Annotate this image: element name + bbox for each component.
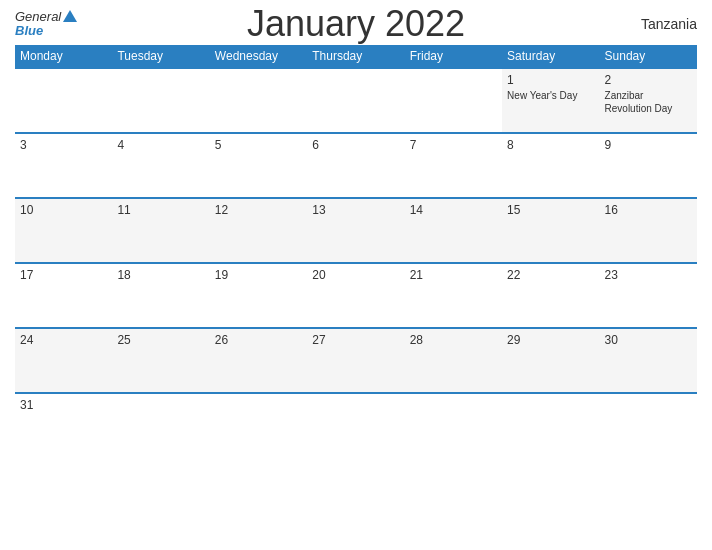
day-cell: 16 xyxy=(600,198,697,263)
day-cell: 28 xyxy=(405,328,502,393)
day-number: 9 xyxy=(605,138,692,152)
day-cell: 2Zanzibar Revolution Day xyxy=(600,68,697,133)
day-header-saturday: Saturday xyxy=(502,45,599,68)
day-cell xyxy=(405,393,502,438)
day-cell: 1New Year's Day xyxy=(502,68,599,133)
day-number: 4 xyxy=(117,138,204,152)
week-row: 24252627282930 xyxy=(15,328,697,393)
day-number: 24 xyxy=(20,333,107,347)
calendar-body: 1New Year's Day2Zanzibar Revolution Day3… xyxy=(15,68,697,438)
day-cell: 18 xyxy=(112,263,209,328)
day-cell: 17 xyxy=(15,263,112,328)
day-number: 25 xyxy=(117,333,204,347)
day-cell xyxy=(405,68,502,133)
day-cell: 31 xyxy=(15,393,112,438)
day-number: 1 xyxy=(507,73,594,87)
day-cell: 8 xyxy=(502,133,599,198)
day-cell: 15 xyxy=(502,198,599,263)
day-cell: 30 xyxy=(600,328,697,393)
day-cell xyxy=(210,68,307,133)
day-cell xyxy=(502,393,599,438)
logo-triangle-icon xyxy=(63,10,77,22)
day-cell xyxy=(307,393,404,438)
day-number: 15 xyxy=(507,203,594,217)
day-cell: 26 xyxy=(210,328,307,393)
day-number: 17 xyxy=(20,268,107,282)
day-cell: 23 xyxy=(600,263,697,328)
day-cell: 3 xyxy=(15,133,112,198)
day-header-sunday: Sunday xyxy=(600,45,697,68)
week-row: 31 xyxy=(15,393,697,438)
day-cell: 5 xyxy=(210,133,307,198)
day-cell xyxy=(112,68,209,133)
day-cell: 14 xyxy=(405,198,502,263)
calendar-header: General Blue January 2022 Tanzania xyxy=(15,10,697,39)
day-cell xyxy=(112,393,209,438)
day-cell: 29 xyxy=(502,328,599,393)
day-number: 26 xyxy=(215,333,302,347)
day-cell: 11 xyxy=(112,198,209,263)
day-cell: 10 xyxy=(15,198,112,263)
week-row: 10111213141516 xyxy=(15,198,697,263)
week-row: 1New Year's Day2Zanzibar Revolution Day xyxy=(15,68,697,133)
day-cell xyxy=(307,68,404,133)
day-cell xyxy=(210,393,307,438)
day-number: 7 xyxy=(410,138,497,152)
day-number: 5 xyxy=(215,138,302,152)
day-number: 12 xyxy=(215,203,302,217)
day-number: 3 xyxy=(20,138,107,152)
day-header-wednesday: Wednesday xyxy=(210,45,307,68)
day-number: 31 xyxy=(20,398,107,412)
day-cell: 19 xyxy=(210,263,307,328)
day-number: 27 xyxy=(312,333,399,347)
day-header-tuesday: Tuesday xyxy=(112,45,209,68)
day-number: 2 xyxy=(605,73,692,87)
calendar-grid: Monday Tuesday Wednesday Thursday Friday… xyxy=(15,45,697,438)
day-cell: 24 xyxy=(15,328,112,393)
calendar-title: January 2022 xyxy=(247,3,465,45)
day-cell: 25 xyxy=(112,328,209,393)
holiday-name: Zanzibar Revolution Day xyxy=(605,89,692,115)
day-header-thursday: Thursday xyxy=(307,45,404,68)
day-number: 18 xyxy=(117,268,204,282)
day-number: 22 xyxy=(507,268,594,282)
day-cell xyxy=(600,393,697,438)
day-cell: 27 xyxy=(307,328,404,393)
day-number: 6 xyxy=(312,138,399,152)
day-number: 14 xyxy=(410,203,497,217)
day-number: 21 xyxy=(410,268,497,282)
day-number: 13 xyxy=(312,203,399,217)
day-cell: 7 xyxy=(405,133,502,198)
holiday-name: New Year's Day xyxy=(507,89,594,102)
day-number: 28 xyxy=(410,333,497,347)
logo-blue-text: Blue xyxy=(15,24,43,38)
day-number: 11 xyxy=(117,203,204,217)
week-row: 3456789 xyxy=(15,133,697,198)
logo: General Blue xyxy=(15,10,77,39)
day-cell: 21 xyxy=(405,263,502,328)
day-cell xyxy=(15,68,112,133)
day-cell: 12 xyxy=(210,198,307,263)
days-header-row: Monday Tuesday Wednesday Thursday Friday… xyxy=(15,45,697,68)
day-cell: 4 xyxy=(112,133,209,198)
day-number: 23 xyxy=(605,268,692,282)
day-header-friday: Friday xyxy=(405,45,502,68)
day-cell: 6 xyxy=(307,133,404,198)
day-number: 8 xyxy=(507,138,594,152)
day-cell: 22 xyxy=(502,263,599,328)
day-header-monday: Monday xyxy=(15,45,112,68)
day-number: 19 xyxy=(215,268,302,282)
day-cell: 13 xyxy=(307,198,404,263)
day-number: 20 xyxy=(312,268,399,282)
country-name: Tanzania xyxy=(641,16,697,32)
calendar-container: General Blue January 2022 Tanzania Monda… xyxy=(0,0,712,550)
day-number: 10 xyxy=(20,203,107,217)
day-cell: 9 xyxy=(600,133,697,198)
day-cell: 20 xyxy=(307,263,404,328)
day-number: 16 xyxy=(605,203,692,217)
day-number: 30 xyxy=(605,333,692,347)
logo-general-text: General xyxy=(15,10,77,24)
day-number: 29 xyxy=(507,333,594,347)
week-row: 17181920212223 xyxy=(15,263,697,328)
